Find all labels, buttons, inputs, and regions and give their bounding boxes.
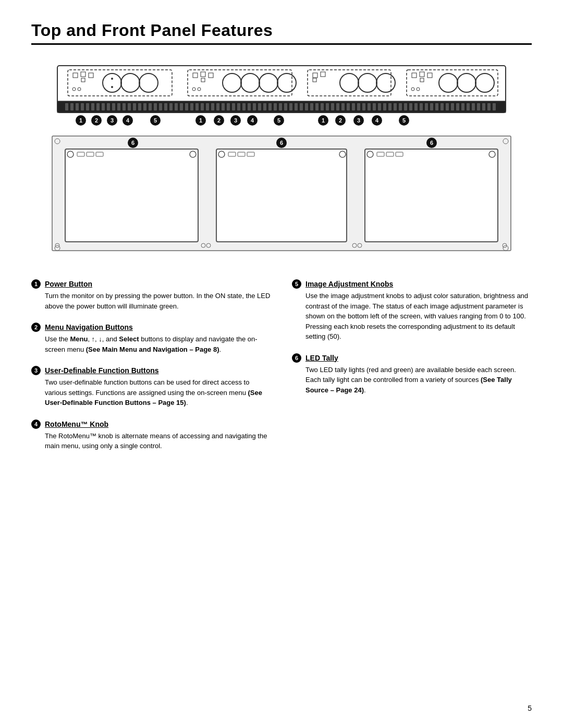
desc-user-func: 3 User-Definable Function Buttons Two us… bbox=[31, 366, 271, 408]
svg-rect-61 bbox=[164, 103, 167, 110]
svg-rect-50 bbox=[107, 103, 110, 110]
svg-rect-92 bbox=[326, 103, 329, 110]
user-func-title: User-Definable Function Buttons bbox=[45, 366, 159, 375]
svg-rect-90 bbox=[315, 103, 319, 110]
svg-text:4: 4 bbox=[251, 117, 254, 124]
image-knobs-title: Image Adjustment Knobs bbox=[305, 280, 393, 288]
device-diagram: 1 2 3 4 5 1 2 3 4 5 1 2 3 4 5 bbox=[31, 60, 532, 258]
svg-rect-119 bbox=[467, 103, 470, 110]
svg-rect-110 bbox=[420, 103, 423, 110]
svg-rect-97 bbox=[352, 103, 355, 110]
callout-number-1: 1 bbox=[31, 279, 41, 289]
svg-rect-69 bbox=[206, 103, 209, 110]
svg-rect-83 bbox=[279, 103, 282, 110]
svg-rect-84 bbox=[284, 103, 287, 110]
feature-descriptions: 1 Power Button Turn the monitor on by pr… bbox=[31, 279, 532, 451]
svg-text:1: 1 bbox=[199, 117, 202, 124]
svg-rect-62 bbox=[169, 103, 173, 110]
menu-nav-title: Menu Navigation Buttons bbox=[45, 323, 133, 331]
svg-rect-47 bbox=[91, 103, 94, 110]
desc-rotomenu: 4 RotoMenu™ Knob The RotoMenu™ knob is a… bbox=[31, 419, 271, 451]
rotomenu-text: The RotoMenu™ knob is alternate means of… bbox=[31, 431, 271, 451]
svg-text:6: 6 bbox=[280, 140, 283, 146]
svg-text:2: 2 bbox=[95, 117, 98, 124]
svg-rect-89 bbox=[310, 103, 313, 110]
svg-rect-59 bbox=[154, 103, 157, 110]
led-tally-text: Two LED tally lights (red and green) are… bbox=[292, 365, 532, 396]
svg-text:1: 1 bbox=[322, 117, 325, 124]
callout-number-2: 2 bbox=[31, 323, 41, 332]
svg-rect-115 bbox=[446, 103, 449, 110]
svg-rect-76 bbox=[242, 103, 246, 110]
svg-rect-121 bbox=[477, 103, 480, 110]
svg-text:3: 3 bbox=[357, 117, 360, 124]
desc-image-knobs: 5 Image Adjustment Knobs Use the image a… bbox=[292, 279, 532, 342]
svg-rect-65 bbox=[185, 103, 188, 110]
svg-rect-160 bbox=[65, 149, 198, 242]
svg-rect-42 bbox=[65, 103, 68, 110]
svg-text:2: 2 bbox=[217, 117, 221, 124]
svg-rect-86 bbox=[295, 103, 298, 110]
svg-rect-80 bbox=[263, 103, 266, 110]
svg-rect-88 bbox=[305, 103, 308, 110]
svg-rect-111 bbox=[425, 103, 428, 110]
svg-rect-95 bbox=[341, 103, 345, 110]
svg-rect-93 bbox=[331, 103, 334, 110]
svg-rect-43 bbox=[70, 103, 74, 110]
svg-text:3: 3 bbox=[234, 117, 237, 124]
svg-rect-66 bbox=[190, 103, 193, 110]
svg-rect-101 bbox=[373, 103, 376, 110]
svg-rect-112 bbox=[430, 103, 433, 110]
svg-rect-98 bbox=[357, 103, 360, 110]
desc-col-left: 1 Power Button Turn the monitor on by pr… bbox=[31, 279, 271, 451]
svg-point-11 bbox=[111, 78, 113, 80]
svg-rect-75 bbox=[237, 103, 240, 110]
svg-rect-55 bbox=[133, 103, 136, 110]
svg-text:1: 1 bbox=[79, 117, 82, 124]
led-tally-title: LED Tally bbox=[305, 354, 338, 362]
svg-rect-70 bbox=[211, 103, 214, 110]
svg-text:6: 6 bbox=[131, 140, 134, 146]
callout-number-5: 5 bbox=[292, 279, 301, 289]
svg-rect-99 bbox=[362, 103, 365, 110]
top-panel-diagram: 1 2 3 4 5 1 2 3 4 5 1 2 3 4 5 bbox=[42, 60, 521, 128]
svg-rect-87 bbox=[300, 103, 303, 110]
svg-rect-109 bbox=[414, 103, 418, 110]
svg-rect-107 bbox=[404, 103, 407, 110]
callout-number-6: 6 bbox=[292, 353, 301, 363]
svg-rect-117 bbox=[456, 103, 459, 110]
user-func-text: Two user-definable function buttons can … bbox=[31, 377, 271, 408]
menu-nav-text: Use the Menu, ↑, ↓, and Select buttons t… bbox=[31, 334, 271, 354]
svg-text:5: 5 bbox=[154, 117, 157, 124]
svg-rect-91 bbox=[321, 103, 324, 110]
svg-rect-78 bbox=[253, 103, 256, 110]
svg-rect-116 bbox=[451, 103, 454, 110]
svg-rect-96 bbox=[347, 103, 350, 110]
svg-text:5: 5 bbox=[277, 117, 280, 124]
desc-col-right: 5 Image Adjustment Knobs Use the image a… bbox=[292, 279, 532, 451]
svg-rect-176 bbox=[365, 149, 498, 242]
svg-rect-104 bbox=[388, 103, 391, 110]
svg-rect-102 bbox=[378, 103, 381, 110]
svg-rect-106 bbox=[399, 103, 402, 110]
svg-rect-72 bbox=[222, 103, 225, 110]
svg-text:3: 3 bbox=[111, 117, 114, 124]
power-button-title: Power Button bbox=[45, 280, 92, 288]
svg-rect-168 bbox=[216, 149, 347, 242]
desc-menu-nav: 2 Menu Navigation Buttons Use the Menu, … bbox=[31, 323, 271, 354]
svg-rect-44 bbox=[76, 103, 79, 110]
svg-rect-52 bbox=[117, 103, 120, 110]
svg-text:2: 2 bbox=[339, 117, 342, 124]
desc-power-button: 1 Power Button Turn the monitor on by pr… bbox=[31, 279, 271, 311]
svg-rect-73 bbox=[227, 103, 230, 110]
front-panel-diagram: 6 6 6 bbox=[42, 133, 521, 258]
svg-rect-64 bbox=[180, 103, 183, 110]
svg-rect-114 bbox=[440, 103, 444, 110]
svg-rect-51 bbox=[112, 103, 115, 110]
svg-rect-94 bbox=[336, 103, 339, 110]
svg-rect-57 bbox=[143, 103, 146, 110]
svg-rect-49 bbox=[102, 103, 105, 110]
svg-rect-118 bbox=[461, 103, 464, 110]
desc-led-tally: 6 LED Tally Two LED tally lights (red an… bbox=[292, 353, 532, 396]
svg-rect-81 bbox=[268, 103, 272, 110]
